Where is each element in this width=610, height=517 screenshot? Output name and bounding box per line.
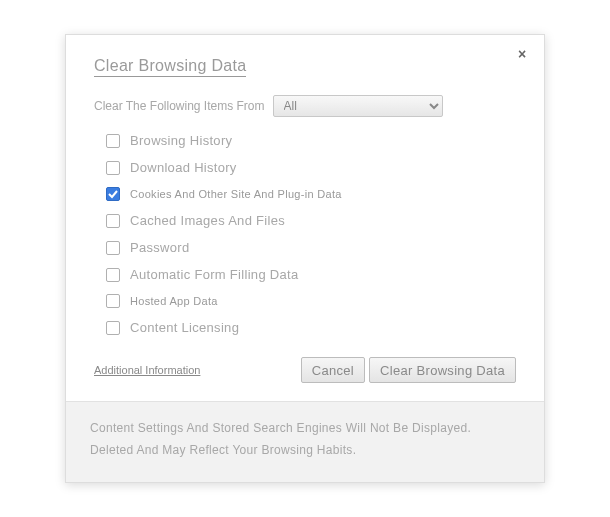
time-range-label: Clear The Following Items From	[94, 99, 265, 113]
clear-data-button[interactable]: Clear Browsing Data	[369, 357, 516, 383]
time-range-row: Clear The Following Items From All	[94, 95, 516, 117]
checkbox-autofill[interactable]	[106, 268, 120, 282]
button-group: Cancel Clear Browsing Data	[301, 357, 516, 383]
checkbox-hosted-app[interactable]	[106, 294, 120, 308]
footer-line2: Deleted And May Reflect Your Browsing Ha…	[90, 440, 520, 462]
option-label: Hosted App Data	[130, 295, 218, 307]
option-label: Download History	[130, 160, 237, 175]
checkbox-cookies[interactable]	[106, 187, 120, 201]
option-download-history[interactable]: Download History	[106, 160, 516, 175]
checkbox-download-history[interactable]	[106, 161, 120, 175]
option-browsing-history[interactable]: Browsing History	[106, 133, 516, 148]
option-password[interactable]: Password	[106, 240, 516, 255]
close-icon[interactable]: ×	[514, 47, 530, 63]
option-content-licensing[interactable]: Content Licensing	[106, 320, 516, 335]
time-range-select[interactable]: All	[273, 95, 443, 117]
option-hosted-app[interactable]: Hosted App Data	[106, 294, 516, 308]
actions-row: Additional Information Cancel Clear Brow…	[94, 357, 516, 383]
checkbox-browsing-history[interactable]	[106, 134, 120, 148]
option-label: Automatic Form Filling Data	[130, 267, 298, 282]
option-label: Cached Images And Files	[130, 213, 285, 228]
option-label: Password	[130, 240, 189, 255]
dialog-body: Clear Browsing Data Clear The Following …	[66, 35, 544, 401]
option-label: Content Licensing	[130, 320, 239, 335]
checkbox-password[interactable]	[106, 241, 120, 255]
option-label: Browsing History	[130, 133, 232, 148]
additional-info-link[interactable]: Additional Information	[94, 364, 200, 376]
option-cookies[interactable]: Cookies And Other Site And Plug-in Data	[106, 187, 516, 201]
options-list: Browsing History Download History Cookie…	[94, 133, 516, 335]
checkbox-content-licensing[interactable]	[106, 321, 120, 335]
dialog-title: Clear Browsing Data	[94, 57, 246, 77]
option-cached[interactable]: Cached Images And Files	[106, 213, 516, 228]
dialog-footer: Content Settings And Stored Search Engin…	[66, 401, 544, 481]
footer-line1: Content Settings And Stored Search Engin…	[90, 418, 520, 440]
cancel-button[interactable]: Cancel	[301, 357, 365, 383]
clear-browsing-dialog: × Clear Browsing Data Clear The Followin…	[65, 34, 545, 482]
option-autofill[interactable]: Automatic Form Filling Data	[106, 267, 516, 282]
option-label: Cookies And Other Site And Plug-in Data	[130, 188, 342, 200]
checkbox-cached[interactable]	[106, 214, 120, 228]
